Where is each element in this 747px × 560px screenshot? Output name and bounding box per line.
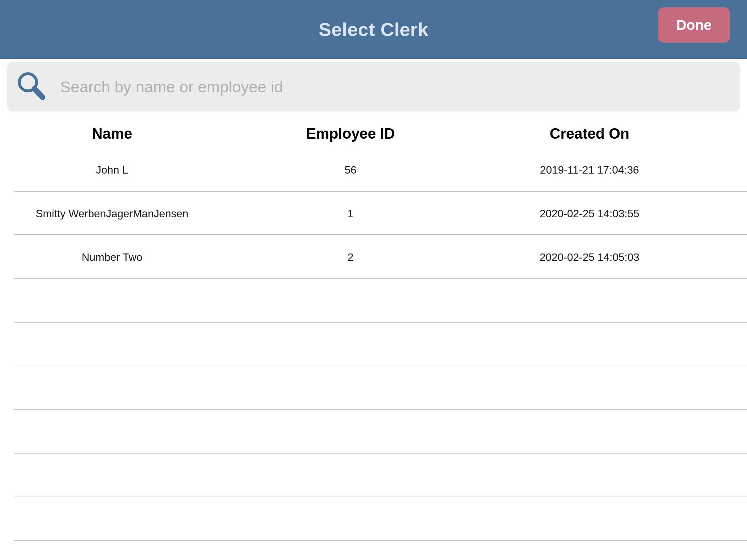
clerk-created-on: 2020-02-25 14:03:55 <box>477 208 702 220</box>
select-clerk-screen: Select Clerk Done Name Employee ID Creat… <box>0 0 747 560</box>
empty-table-row <box>0 410 747 454</box>
clerk-created-on: 2019-11-21 17:04:36 <box>477 164 702 176</box>
search-input[interactable] <box>59 77 740 96</box>
clerk-table: Name Employee ID Created On John L 56 20… <box>0 119 747 541</box>
search-icon <box>16 71 48 103</box>
table-row[interactable]: Number Two 2 2020-02-25 14:05:03 <box>0 235 747 279</box>
empty-table-row <box>0 279 747 323</box>
clerk-name: Number Two <box>0 251 224 264</box>
column-header-name: Name <box>0 125 224 142</box>
table-header-row: Name Employee ID Created On <box>0 119 747 148</box>
empty-table-row <box>0 497 747 541</box>
empty-table-row <box>0 454 747 497</box>
table-row[interactable]: John L 56 2019-11-21 17:04:36 <box>0 148 747 192</box>
clerk-employee-id: 1 <box>224 208 477 220</box>
done-button[interactable]: Done <box>658 7 730 43</box>
clerk-employee-id: 56 <box>224 164 477 176</box>
column-header-created-on: Created On <box>477 125 702 142</box>
clerk-name: John L <box>0 164 224 176</box>
empty-table-row <box>0 323 747 366</box>
navbar: Select Clerk Done <box>0 0 747 59</box>
page-title: Select Clerk <box>319 19 429 40</box>
search-bar[interactable] <box>7 62 740 111</box>
empty-table-row <box>0 366 747 410</box>
column-header-employee-id: Employee ID <box>224 125 477 142</box>
clerk-created-on: 2020-02-25 14:05:03 <box>477 251 702 264</box>
table-row[interactable]: Smitty WerbenJagerManJensen 1 2020-02-25… <box>0 192 747 235</box>
clerk-employee-id: 2 <box>224 251 477 264</box>
clerk-name: Smitty WerbenJagerManJensen <box>0 208 224 220</box>
